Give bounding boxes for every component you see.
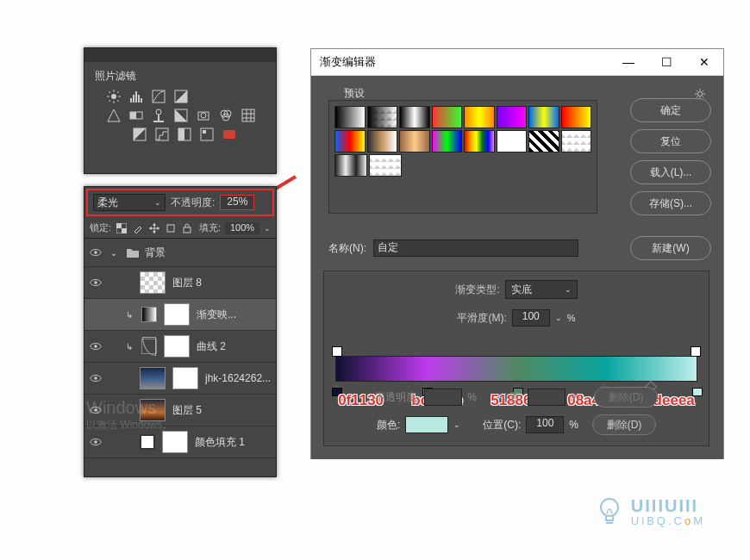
lock-artboard-icon[interactable]	[165, 222, 177, 234]
mask-thumbnail[interactable]	[164, 303, 190, 326]
layer-row[interactable]: 图层 8	[84, 267, 276, 299]
smoothness-input[interactable]: 100	[512, 309, 550, 327]
gradient-type-select[interactable]: 实底 ⌄	[505, 280, 578, 299]
curves-icon[interactable]	[152, 90, 166, 103]
visibility-toggle[interactable]	[84, 340, 107, 352]
gradient-preset[interactable]	[464, 106, 495, 128]
gradient-preset[interactable]	[334, 106, 366, 128]
hue-icon[interactable]	[129, 109, 143, 122]
gradient-preset[interactable]	[432, 130, 463, 152]
gradient-preset[interactable]	[497, 130, 528, 152]
close-button[interactable]: ✕	[685, 49, 723, 75]
visibility-toggle[interactable]	[84, 436, 107, 448]
layer-name[interactable]: jhk-1624262...	[205, 372, 271, 384]
gradient-preset[interactable]	[561, 106, 592, 128]
opacity-field[interactable]: 25%	[220, 195, 254, 210]
gradient-preset[interactable]	[432, 106, 463, 128]
delete-color-stop-button[interactable]: 删除(D)	[592, 414, 656, 435]
visibility-toggle[interactable]	[84, 372, 107, 384]
gradient-preset[interactable]	[399, 106, 430, 128]
selective-color-icon[interactable]	[200, 128, 214, 141]
visibility-toggle[interactable]	[84, 404, 107, 416]
visibility-toggle[interactable]	[84, 246, 107, 258]
levels-icon[interactable]	[129, 90, 143, 103]
gradient-preset[interactable]	[367, 130, 398, 152]
gradient-preset[interactable]	[334, 154, 367, 177]
expand-icon[interactable]: ⌄	[107, 248, 124, 258]
layer-name[interactable]: 渐变映...	[197, 308, 236, 322]
maximize-button[interactable]: ☐	[647, 49, 685, 75]
layer-name[interactable]: 图层 5	[172, 403, 202, 418]
bw-icon[interactable]	[174, 109, 188, 122]
color-balance-icon[interactable]	[152, 109, 166, 122]
gradient-preset[interactable]	[528, 130, 559, 152]
vibrance-icon[interactable]	[107, 109, 121, 122]
svg-rect-27	[242, 109, 254, 121]
gradient-preset[interactable]	[528, 106, 559, 128]
gradient-name-input[interactable]: 自定	[373, 240, 578, 257]
adjustment-thumbnail[interactable]	[141, 339, 157, 354]
position-c-input[interactable]: 100	[526, 416, 564, 433]
lock-transparent-icon[interactable]	[116, 222, 128, 234]
invert-icon[interactable]	[133, 128, 147, 141]
svg-point-53	[94, 376, 97, 380]
save-button[interactable]: 存储(S)...	[630, 191, 711, 215]
layer-thumbnail[interactable]	[140, 399, 166, 421]
load-button[interactable]: 载入(L)...	[630, 160, 711, 184]
svg-point-67	[601, 499, 618, 516]
layer-row[interactable]: ↳ 曲线 2	[84, 331, 276, 363]
lock-position-icon[interactable]	[148, 222, 160, 234]
gradient-preset[interactable]	[497, 106, 528, 128]
layer-thumbnail[interactable]	[140, 271, 166, 294]
layer-thumbnail[interactable]	[140, 367, 166, 389]
adjustment-thumbnail[interactable]	[141, 307, 157, 322]
gradient-preset[interactable]	[369, 154, 402, 177]
brightness-icon[interactable]	[107, 90, 121, 103]
threshold-icon[interactable]	[178, 128, 191, 141]
dialog-titlebar[interactable]: 渐变编辑器 — ☐ ✕	[311, 49, 723, 76]
gradient-preset[interactable]	[334, 130, 366, 152]
adjustment-thumbnail[interactable]	[140, 434, 155, 450]
layer-name[interactable]: 曲线 2	[197, 339, 226, 354]
minimize-button[interactable]: —	[609, 49, 647, 75]
gradient-preview[interactable]	[335, 356, 697, 382]
color-lookup-icon[interactable]	[241, 109, 255, 122]
lock-all-icon[interactable]	[181, 222, 193, 234]
fill-field[interactable]: 100%	[225, 222, 259, 234]
mask-thumbnail[interactable]	[172, 367, 198, 389]
layer-row[interactable]: jhk-1624262...	[84, 363, 276, 395]
layer-name[interactable]: 颜色填充 1	[195, 435, 245, 450]
gradient-preset[interactable]	[399, 130, 430, 152]
exposure-icon[interactable]	[174, 90, 188, 103]
mask-thumbnail[interactable]	[162, 431, 188, 453]
color-stop-label: 颜色:	[377, 418, 400, 432]
layer-row-selected[interactable]: ↳ 渐变映...	[84, 299, 276, 331]
new-button[interactable]: 新建(W)	[630, 236, 711, 260]
mask-thumbnail[interactable]	[164, 335, 190, 358]
gradient-map-icon[interactable]	[222, 128, 236, 141]
gradient-preset[interactable]	[561, 130, 592, 152]
group-row[interactable]: ⌄ 背景	[84, 239, 276, 267]
visibility-toggle[interactable]	[84, 277, 107, 289]
color-swatch[interactable]	[405, 416, 448, 433]
posterize-icon[interactable]	[155, 128, 169, 141]
svg-rect-13	[141, 98, 142, 103]
channel-mixer-icon[interactable]	[219, 109, 233, 122]
reset-button[interactable]: 复位	[630, 129, 711, 153]
position-label: 位置:	[499, 390, 522, 405]
blend-mode-select[interactable]: 柔光 ⌄	[93, 194, 166, 211]
gradient-preset[interactable]	[367, 106, 398, 128]
lock-brush-icon[interactable]	[132, 222, 144, 234]
percent-label: %	[569, 419, 578, 431]
ok-button[interactable]: 确定	[630, 98, 711, 122]
opacity-stop[interactable]	[332, 346, 342, 357]
logo-site: UiBQ.CoM	[631, 514, 705, 527]
adjustments-row-3	[84, 125, 276, 144]
photo-filter-icon[interactable]	[197, 109, 210, 122]
layer-name[interactable]: 图层 8	[172, 276, 202, 290]
opacity-stop[interactable]	[691, 346, 701, 357]
chevron-down-icon[interactable]: ⌄	[453, 420, 460, 429]
layer-row[interactable]: 颜色填充 1	[84, 426, 276, 458]
layer-row[interactable]: 图层 5	[84, 395, 276, 426]
gradient-preset[interactable]	[464, 130, 495, 152]
